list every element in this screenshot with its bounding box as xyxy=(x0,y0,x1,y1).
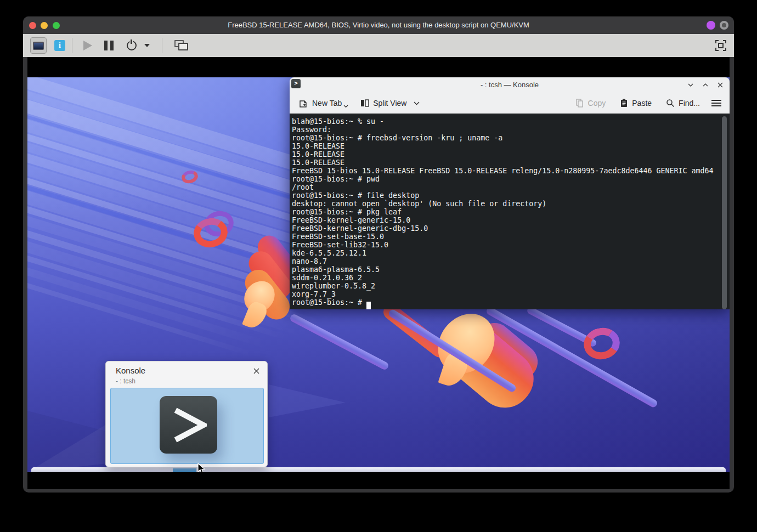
terminal-line: plasma6-plasma-6.5.5 xyxy=(292,265,730,274)
terminal-line: root@15-bios:~ # file desktop xyxy=(292,191,730,200)
monitor-icon xyxy=(33,42,44,50)
konsole-toolbar: New Tab Split View Copy xyxy=(290,93,730,114)
vm-toolbar: i xyxy=(23,34,734,57)
terminal-line: 15.0-RELEASE xyxy=(292,159,730,167)
terminal-line: root@15-bios:~ # pkg leaf xyxy=(292,208,730,216)
terminal-line: Password: xyxy=(292,126,730,134)
terminal-line: /root xyxy=(292,183,730,191)
konsole-title: - : tcsh — Konsole xyxy=(290,77,730,93)
terminal-cursor xyxy=(366,302,371,309)
terminal-area[interactable]: blah@15-bios:~ % su -Password:root@15-bi… xyxy=(290,114,730,309)
maximize-icon[interactable] xyxy=(702,81,709,89)
hamburger-menu-button[interactable] xyxy=(711,99,722,107)
close-icon[interactable] xyxy=(716,81,724,89)
run-button[interactable] xyxy=(83,41,92,50)
tooltip-subtitle: - : tcsh xyxy=(116,377,135,385)
terminal-line: xorg-7.7_3 xyxy=(292,290,730,298)
terminal-line: nano-8.7 xyxy=(292,257,730,265)
shutdown-menu-arrow[interactable] xyxy=(144,44,150,47)
terminal-line: 15.0-RELEASE xyxy=(292,150,730,159)
fullscreen-button[interactable] xyxy=(715,40,726,51)
window-title: FreeBSD 15-RELEASE AMD64, BIOS, Virtio v… xyxy=(23,16,734,34)
terminal-line: FreeBSD-kernel-generic-dbg-15.0 xyxy=(292,224,730,233)
terminal-line: FreeBSD 15-bios 15.0-RELEASE FreeBSD 15.… xyxy=(292,167,730,175)
split-view-button[interactable]: Split View xyxy=(360,99,420,107)
konsole-icon-large xyxy=(160,396,217,454)
plasma-panel[interactable] xyxy=(31,467,726,472)
split-view-icon xyxy=(360,99,369,107)
pause-button[interactable] xyxy=(104,41,114,50)
virtual-displays-icon[interactable] xyxy=(174,40,189,52)
new-tab-menu-arrow[interactable] xyxy=(343,105,348,108)
konsole-window: > - : tcsh — Konsole New Tab xyxy=(290,77,730,309)
konsole-task-tooltip: Konsole - : tcsh xyxy=(105,361,268,467)
hamburger-icon xyxy=(711,99,722,107)
tooltip-title: Konsole xyxy=(116,366,145,375)
terminal-line: FreeBSD-set-lib32-15.0 xyxy=(292,241,730,249)
virt-manager-window: FreeBSD 15-RELEASE AMD64, BIOS, Virtio v… xyxy=(23,16,734,493)
shutdown-button[interactable] xyxy=(127,41,137,50)
find-icon xyxy=(666,99,675,107)
konsole-titlebar[interactable]: > - : tcsh — Konsole xyxy=(290,77,730,93)
terminal-line: FreeBSD-kernel-generic-15.0 xyxy=(292,216,730,224)
recording-indicator-icon xyxy=(707,21,715,30)
paste-button[interactable]: Paste xyxy=(620,99,652,107)
console-view-button[interactable] xyxy=(30,37,47,54)
terminal-line: kde-6.5.5.25.12.1 xyxy=(292,249,730,257)
mouse-cursor xyxy=(197,463,206,472)
terminal-line: blah@15-bios:~ % su - xyxy=(292,117,730,126)
window-titlebar[interactable]: FreeBSD 15-RELEASE AMD64, BIOS, Virtio v… xyxy=(23,16,734,34)
terminal-line: wireplumber-0.5.8_2 xyxy=(292,282,730,290)
terminal-line: sddm-0.21.0.36_2 xyxy=(292,274,730,282)
copy-button[interactable]: Copy xyxy=(575,99,606,107)
terminal-line: 15.0-RELEASE xyxy=(292,142,730,150)
minimize-icon[interactable] xyxy=(687,81,694,89)
konsole-task-indicator[interactable] xyxy=(173,468,196,472)
copy-icon xyxy=(575,99,584,107)
details-button[interactable]: i xyxy=(54,40,65,51)
terminal-scrollbar[interactable] xyxy=(722,116,727,309)
new-tab-button[interactable]: New Tab xyxy=(299,98,348,108)
terminal-line: root@15-bios:~ # pwd xyxy=(292,175,730,183)
terminal-line: desktop: cannot open `desktop' (No such … xyxy=(292,200,730,208)
paste-icon xyxy=(620,99,628,107)
tooltip-window-preview[interactable] xyxy=(110,388,264,464)
virt-manager-app-icon xyxy=(720,21,728,30)
new-tab-icon xyxy=(299,99,308,108)
terminal-line: root@15-bios:~ # freebsd-version -kru ; … xyxy=(292,134,730,142)
find-button[interactable]: Find... xyxy=(666,99,700,107)
tooltip-close-icon[interactable] xyxy=(252,367,261,375)
vm-display-area: > - : tcsh — Konsole New Tab xyxy=(27,57,730,489)
terminal-line: FreeBSD-set-base-15.0 xyxy=(292,233,730,241)
terminal-line: root@15-bios:~ # xyxy=(292,298,730,307)
plasma-desktop: > - : tcsh — Konsole New Tab xyxy=(27,77,730,472)
split-view-menu-arrow xyxy=(414,101,420,105)
